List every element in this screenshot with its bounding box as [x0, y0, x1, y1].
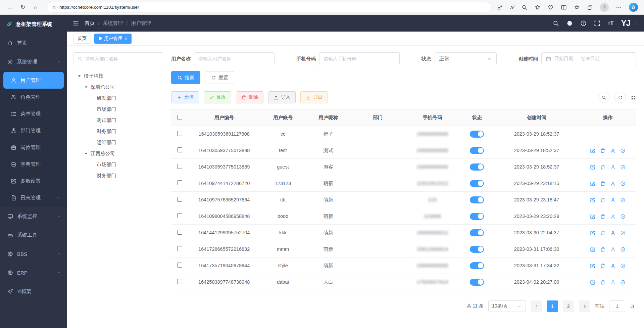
breadcrumb-home[interactable]: 首页: [85, 20, 95, 27]
row-auth-icon[interactable]: [620, 165, 626, 170]
tree-node[interactable]: 财务部门: [73, 126, 163, 137]
date-range-picker[interactable]: 开始日期 - 结束日期: [541, 52, 636, 65]
row-resetpwd-icon[interactable]: [610, 230, 615, 236]
row-resetpwd-icon[interactable]: [610, 214, 615, 219]
caret-down-icon[interactable]: [84, 151, 88, 156]
department-search[interactable]: [73, 52, 163, 65]
back-icon[interactable]: ←: [5, 2, 15, 13]
row-edit-icon[interactable]: [590, 263, 595, 269]
status-toggle[interactable]: [470, 180, 484, 187]
row-edit-icon[interactable]: [590, 148, 595, 153]
row-edit-icon[interactable]: [590, 280, 595, 285]
sidebar-item-dept-mgmt[interactable]: 部门管理: [3, 122, 64, 139]
sidebar-item-log-mgmt[interactable]: 日志管理: [3, 189, 64, 206]
status-select[interactable]: 正常: [435, 52, 497, 65]
row-auth-icon[interactable]: [620, 247, 626, 252]
user-name-input[interactable]: [198, 56, 270, 61]
status-toggle[interactable]: [470, 213, 484, 220]
collections-icon[interactable]: [587, 4, 593, 10]
row-checkbox[interactable]: [177, 230, 182, 235]
row-resetpwd-icon[interactable]: [610, 280, 615, 285]
status-toggle[interactable]: [470, 131, 484, 138]
sidebar-item-tools[interactable]: 系统工具: [0, 226, 67, 244]
row-auth-icon[interactable]: [620, 214, 626, 219]
row-checkbox[interactable]: [177, 180, 182, 185]
column-settings-button[interactable]: [631, 95, 636, 100]
sidebar-item-home[interactable]: 首页: [0, 34, 67, 52]
row-delete-icon[interactable]: [600, 165, 605, 170]
row-checkbox[interactable]: [177, 131, 182, 136]
prev-page-button[interactable]: [531, 300, 542, 312]
tab-user-mgmt[interactable]: 用户管理 ×: [94, 34, 132, 44]
status-toggle[interactable]: [470, 147, 484, 154]
sidebar-item-role-mgmt[interactable]: 角色管理: [3, 89, 64, 105]
close-tab-icon[interactable]: ×: [125, 36, 127, 41]
status-toggle[interactable]: [470, 262, 484, 269]
refresh-table-button[interactable]: [614, 92, 626, 103]
edit-button[interactable]: 修改: [204, 91, 231, 103]
github-icon[interactable]: [566, 20, 573, 27]
status-toggle[interactable]: [470, 196, 484, 203]
reload-icon[interactable]: ↻: [17, 2, 28, 13]
sidebar-item-post-mgmt[interactable]: 岗位管理: [3, 139, 64, 156]
profile-avatar[interactable]: [600, 3, 609, 12]
department-search-input[interactable]: [85, 56, 159, 61]
row-edit-icon[interactable]: [590, 247, 595, 252]
page-button-2[interactable]: 2: [563, 300, 574, 312]
page-size-select[interactable]: 10条/页: [488, 300, 526, 312]
reset-button[interactable]: 重置: [205, 71, 234, 84]
add-button[interactable]: ＋ 新增: [171, 91, 199, 103]
row-delete-icon[interactable]: [600, 247, 605, 252]
sidebar-item-user-mgmt[interactable]: 用户管理: [3, 72, 64, 89]
collapse-sidebar-icon[interactable]: [72, 20, 79, 27]
row-delete-icon[interactable]: [600, 280, 605, 285]
goto-page-input[interactable]: [609, 300, 625, 312]
tree-node[interactable]: 财务部门: [73, 170, 163, 181]
sidebar-item-erp[interactable]: ERP: [0, 263, 67, 282]
sidebar-item-yi-framework[interactable]: Yi框架: [0, 282, 67, 301]
tab-home[interactable]: 首页: [73, 34, 91, 44]
page-button-1[interactable]: 1: [547, 300, 558, 312]
tree-node[interactable]: 测试部门: [73, 115, 163, 126]
favorite-add-icon[interactable]: [535, 4, 541, 10]
row-checkbox[interactable]: [177, 213, 182, 218]
sidebar-item-system[interactable]: 系统管理: [0, 52, 67, 71]
row-delete-icon[interactable]: [600, 197, 605, 203]
row-edit-icon[interactable]: [590, 197, 595, 203]
row-auth-icon[interactable]: [620, 230, 626, 236]
row-delete-icon[interactable]: [600, 214, 605, 219]
tree-node[interactable]: 深圳总公司: [73, 82, 163, 93]
row-resetpwd-icon[interactable]: [610, 181, 615, 186]
row-resetpwd-icon[interactable]: [610, 165, 615, 170]
select-all-checkbox[interactable]: [177, 115, 182, 120]
next-page-button[interactable]: [579, 300, 590, 312]
row-edit-icon[interactable]: [590, 214, 595, 219]
import-button[interactable]: 导入: [268, 91, 296, 103]
browser-essentials-icon[interactable]: [548, 4, 554, 10]
tree-node[interactable]: 江西总公司: [73, 148, 163, 159]
tree-node[interactable]: 市场部门: [73, 104, 163, 115]
address-bar[interactable]: https://ccnetcore.com:1101/system/user: [46, 2, 492, 12]
search-button[interactable]: 搜索: [171, 71, 200, 84]
phone-input[interactable]: [324, 56, 395, 61]
favorites-bar-icon[interactable]: [574, 4, 580, 10]
row-delete-icon[interactable]: [600, 181, 605, 186]
sidebar-item-monitoring[interactable]: 系统监控: [0, 207, 67, 226]
help-icon[interactable]: ?: [580, 20, 587, 27]
row-delete-icon[interactable]: [600, 148, 605, 153]
row-auth-icon[interactable]: [620, 280, 626, 285]
tree-node[interactable]: 橙子科技: [73, 71, 163, 82]
caret-down-icon[interactable]: [84, 85, 88, 89]
split-screen-icon[interactable]: [561, 4, 567, 10]
toggle-search-button[interactable]: [598, 92, 609, 103]
delete-button[interactable]: 删除: [236, 91, 263, 103]
row-auth-icon[interactable]: [620, 181, 626, 186]
row-edit-icon[interactable]: [590, 165, 595, 170]
row-delete-icon[interactable]: [600, 263, 605, 269]
zoom-icon[interactable]: [522, 4, 528, 10]
breadcrumb-user[interactable]: 用户管理: [131, 20, 151, 27]
tree-node[interactable]: 研发部门: [73, 93, 163, 104]
caret-down-icon[interactable]: [77, 74, 82, 78]
sidebar-item-dict-mgmt[interactable]: 字典管理: [3, 156, 64, 173]
row-edit-icon[interactable]: [590, 181, 595, 186]
